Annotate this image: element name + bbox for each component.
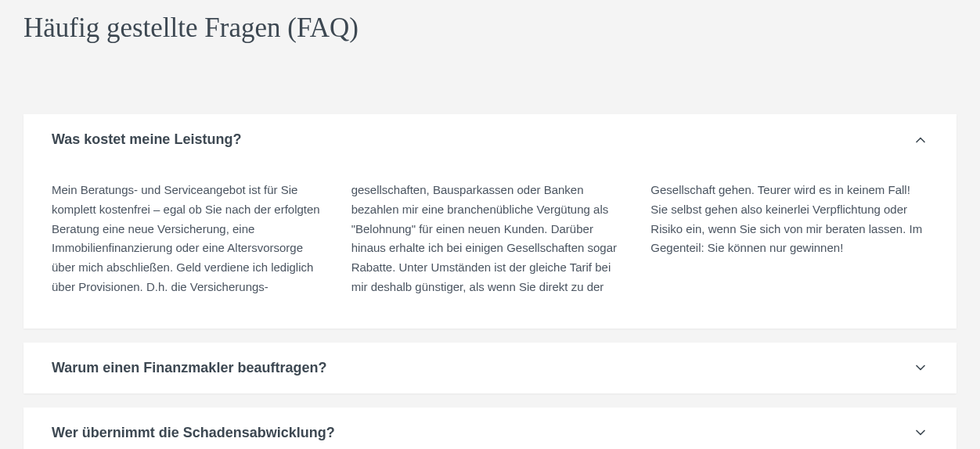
faq-item-header[interactable]: Wer übernimmt die Schadensabwicklung? — [23, 408, 957, 450]
faq-item: Was kostet meine Leistung? Mein Beratung… — [23, 114, 957, 329]
faq-item-title: Was kostet meine Leistung? — [52, 131, 241, 148]
faq-item-title: Wer übernimmt die Schadensabwicklung? — [52, 425, 335, 441]
faq-item-content-text: Mein Beratungs- und Serviceangebot ist f… — [52, 181, 928, 297]
faq-item-content: Mein Beratungs- und Serviceangebot ist f… — [23, 165, 957, 329]
chevron-up-icon — [913, 132, 928, 148]
faq-item-header[interactable]: Was kostet meine Leistung? — [23, 114, 957, 165]
faq-item: Wer übernimmt die Schadensabwicklung? — [23, 408, 957, 450]
faq-item-title: Warum einen Finanzmakler beauftragen? — [52, 360, 326, 376]
page-title: Häufig gestellte Fragen (FAQ) — [23, 13, 957, 44]
chevron-down-icon — [913, 360, 928, 375]
chevron-down-icon — [913, 425, 928, 440]
faq-item: Warum einen Finanzmakler beauftragen? — [23, 343, 957, 393]
faq-item-header[interactable]: Warum einen Finanzmakler beauftragen? — [23, 343, 957, 393]
faq-accordion: Was kostet meine Leistung? Mein Beratung… — [23, 114, 957, 449]
